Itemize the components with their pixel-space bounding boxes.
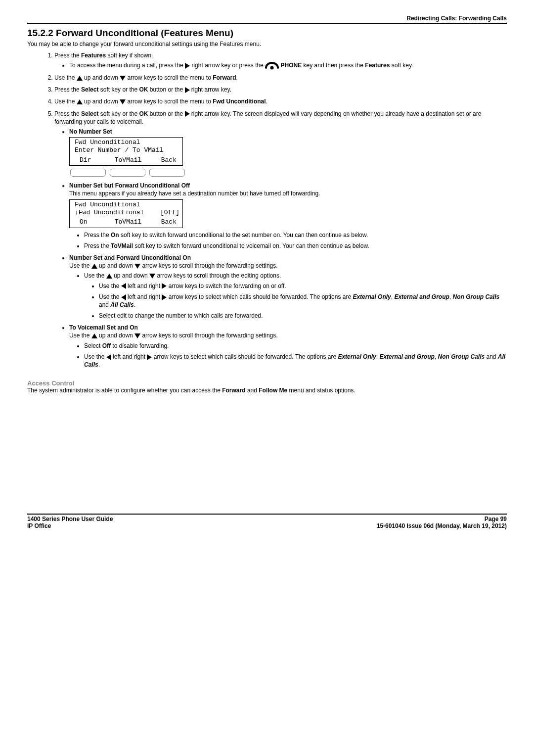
page-header: Redirecting Calls: Forwarding Calls xyxy=(27,15,507,24)
step-3: Press the Select soft key or the OK butt… xyxy=(54,86,507,94)
number-set-on: Number Set and Forward Unconditional On … xyxy=(69,254,507,320)
num-on-which-calls: Use the left and right arrow keys to sel… xyxy=(99,293,507,309)
right-arrow-icon xyxy=(185,111,190,117)
no-number-heading: No Number Set xyxy=(69,128,112,135)
number-set-off: Number Set but Forward Unconditional Off… xyxy=(69,182,507,250)
vm-on-off: Select Off to disable forwarding. xyxy=(84,342,507,350)
right-arrow-icon xyxy=(162,283,167,289)
step-2: Use the up and down arrow keys to scroll… xyxy=(54,74,507,82)
left-arrow-icon xyxy=(121,294,126,300)
step-1-sub: To access the menu during a call, press … xyxy=(69,61,507,70)
num-off-heading: Number Set but Forward Unconditional Off xyxy=(69,182,190,189)
intro-text: You may be able to change your forward u… xyxy=(27,41,507,47)
down-arrow-icon xyxy=(120,99,126,104)
page-footer: 1400 Series Phone User Guide Page 99 IP … xyxy=(0,514,534,539)
footer-issue: 15-601040 Issue 06d (Monday, March 19, 2… xyxy=(377,522,507,529)
section-title: 15.2.2 Forward Unconditional (Features M… xyxy=(27,28,507,39)
footer-guide-title: 1400 Series Phone User Guide xyxy=(27,516,113,522)
access-control-text: The system administrator is able to conf… xyxy=(27,387,507,394)
num-off-bullet-tovmail: Press the ToVMail soft key to switch for… xyxy=(84,242,507,250)
up-arrow-icon xyxy=(77,99,83,104)
lcd-no-number: Fwd Unconditional Enter Number / To VMai… xyxy=(69,137,183,166)
down-arrow-icon xyxy=(134,333,140,338)
down-arrow-icon xyxy=(149,274,155,279)
up-arrow-icon xyxy=(77,76,83,81)
up-arrow-icon xyxy=(91,264,97,269)
footer-product: IP Office xyxy=(27,522,51,529)
softkey-3 xyxy=(149,169,185,177)
step-4: Use the up and down arrow keys to scroll… xyxy=(54,97,507,105)
down-arrow-icon xyxy=(120,76,126,81)
right-arrow-icon xyxy=(147,354,152,360)
num-on-select-edit: Select edit to change the number to whic… xyxy=(99,312,507,320)
steps-list: Press the Features soft key if shown. To… xyxy=(27,51,507,369)
footer-page-number: Page 99 xyxy=(485,516,507,522)
no-number-set: No Number Set Fwd Unconditional Enter Nu… xyxy=(69,128,507,177)
access-control-heading: Access Control xyxy=(27,379,507,387)
vm-on-heading: To Voicemail Set and On xyxy=(69,324,138,331)
up-arrow-icon xyxy=(91,333,97,338)
phone-icon xyxy=(265,62,279,70)
num-off-bullet-on: Press the On soft key to switch forward … xyxy=(84,231,507,239)
right-arrow-icon xyxy=(162,294,167,300)
softkey-row xyxy=(70,169,507,177)
step-5: Press the Select soft key or the OK butt… xyxy=(54,110,507,369)
lcd-num-off: Fwd Unconditional ↓Fwd Unconditional [Of… xyxy=(69,199,183,228)
num-on-heading: Number Set and Forward Unconditional On xyxy=(69,254,191,261)
softkey-1 xyxy=(70,169,106,177)
vm-on-which-calls: Use the left and right arrow keys to sel… xyxy=(84,353,507,369)
right-arrow-icon xyxy=(185,87,190,93)
left-arrow-icon xyxy=(121,283,126,289)
down-arrow-icon xyxy=(134,264,140,269)
header-text: Redirecting Calls: Forwarding Calls xyxy=(406,15,507,22)
right-arrow-icon xyxy=(185,63,190,69)
voicemail-set-on: To Voicemail Set and On Use the up and d… xyxy=(69,324,507,369)
num-on-switch-onoff: Use the left and right arrow keys to swi… xyxy=(99,282,507,290)
left-arrow-icon xyxy=(106,354,111,360)
step-1: Press the Features soft key if shown. To… xyxy=(54,51,507,70)
num-off-desc: This menu appears if you already have se… xyxy=(69,190,320,197)
up-arrow-icon xyxy=(106,274,112,279)
num-on-scroll-edit: Use the up and down arrow keys to scroll… xyxy=(84,272,507,320)
softkey-2 xyxy=(110,169,145,177)
